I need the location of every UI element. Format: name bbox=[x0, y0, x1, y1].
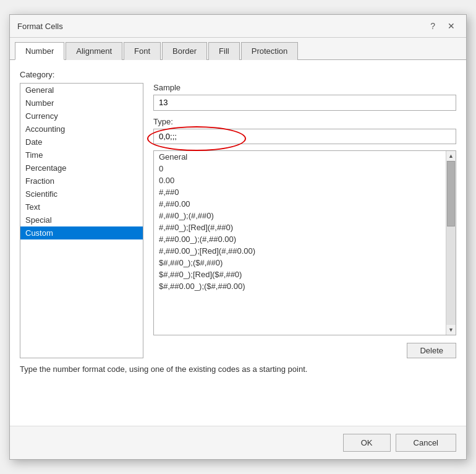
format-list-item[interactable]: #,##0.00_);[Red](#,##0.00) bbox=[154, 245, 446, 257]
format-list-item[interactable]: $#,##0_);[Red]($#,##0) bbox=[154, 269, 446, 280]
type-input[interactable] bbox=[153, 129, 456, 144]
format-list-item[interactable]: #,##0_);[Red](#,##0) bbox=[154, 222, 446, 233]
sample-section: Sample 13 bbox=[153, 83, 456, 111]
scroll-down-arrow[interactable]: ▼ bbox=[446, 325, 456, 335]
tab-protection[interactable]: Protection bbox=[241, 42, 299, 60]
main-row: GeneralNumberCurrencyAccountingDateTimeP… bbox=[20, 83, 456, 358]
tab-number[interactable]: Number bbox=[15, 42, 64, 60]
category-list-item[interactable]: Time bbox=[20, 149, 143, 162]
tab-font[interactable]: Font bbox=[124, 42, 161, 60]
category-list[interactable]: GeneralNumberCurrencyAccountingDateTimeP… bbox=[20, 83, 143, 358]
format-cells-dialog: Format Cells ? ✕ NumberAlignmentFontBord… bbox=[9, 14, 467, 460]
format-list-item[interactable]: #,##0.00 bbox=[154, 198, 446, 210]
help-button[interactable]: ? bbox=[427, 20, 439, 32]
category-list-item[interactable]: Percentage bbox=[20, 162, 143, 175]
right-panel: Sample 13 Type: General00.00#,##0#,##0.0… bbox=[153, 83, 456, 358]
tab-alignment[interactable]: Alignment bbox=[66, 42, 122, 60]
format-list-item[interactable]: #,##0_);(#,##0) bbox=[154, 210, 446, 222]
tab-bar: NumberAlignmentFontBorderFillProtection bbox=[10, 38, 466, 60]
title-bar: Format Cells ? ✕ bbox=[10, 15, 466, 38]
footer: OK Cancel bbox=[10, 426, 466, 459]
hint-text: Type the number format code, using one o… bbox=[20, 364, 456, 374]
format-list-item[interactable]: $#,##0_);($#,##0) bbox=[154, 257, 446, 269]
tab-border[interactable]: Border bbox=[162, 42, 207, 60]
category-list-item[interactable]: Currency bbox=[20, 110, 143, 123]
category-list-item[interactable]: Accounting bbox=[20, 123, 143, 136]
title-bar-controls: ? ✕ bbox=[427, 20, 459, 32]
category-panel: GeneralNumberCurrencyAccountingDateTimeP… bbox=[20, 83, 143, 358]
category-list-item[interactable]: Custom bbox=[20, 226, 143, 239]
close-button[interactable]: ✕ bbox=[444, 20, 459, 32]
type-section: Type: bbox=[153, 117, 456, 144]
category-list-item[interactable]: Fraction bbox=[20, 175, 143, 187]
format-list-item[interactable]: $#,##0.00_);($#,##0.00) bbox=[154, 280, 446, 292]
format-list[interactable]: General00.00#,##0#,##0.00#,##0_);(#,##0)… bbox=[154, 151, 456, 292]
category-label: Category: bbox=[20, 70, 456, 79]
category-list-item[interactable]: General bbox=[20, 84, 143, 97]
delete-row: Delete bbox=[153, 343, 456, 358]
category-list-item[interactable]: Scientific bbox=[20, 187, 143, 200]
format-list-item[interactable]: #,##0.00_);(#,##0.00) bbox=[154, 233, 446, 245]
tab-fill[interactable]: Fill bbox=[208, 42, 240, 60]
format-list-item[interactable]: 0 bbox=[154, 163, 446, 175]
tab-content-number: Category: GeneralNumberCurrencyAccountin… bbox=[10, 60, 466, 426]
type-input-wrapper bbox=[153, 129, 456, 144]
category-list-item[interactable]: Date bbox=[20, 136, 143, 149]
delete-button[interactable]: Delete bbox=[407, 343, 456, 358]
scroll-thumb bbox=[447, 161, 455, 226]
cancel-button[interactable]: Cancel bbox=[396, 434, 456, 452]
format-list-item[interactable]: #,##0 bbox=[154, 186, 446, 198]
format-list-wrapper: General00.00#,##0#,##0.00#,##0_);(#,##0)… bbox=[153, 150, 456, 335]
category-list-item[interactable]: Special bbox=[20, 213, 143, 226]
category-list-item[interactable]: Text bbox=[20, 200, 143, 213]
dialog-title: Format Cells bbox=[17, 22, 63, 31]
format-list-item[interactable]: General bbox=[154, 151, 446, 163]
scroll-up-arrow[interactable]: ▲ bbox=[446, 151, 456, 161]
sample-label: Sample bbox=[153, 83, 456, 92]
format-list-item[interactable]: 0.00 bbox=[154, 175, 446, 186]
type-label: Type: bbox=[153, 117, 456, 126]
scroll-track bbox=[446, 161, 456, 325]
sample-value: 13 bbox=[153, 95, 456, 111]
scrollbar[interactable]: ▲ ▼ bbox=[446, 151, 456, 335]
category-list-item[interactable]: Number bbox=[20, 97, 143, 110]
ok-button[interactable]: OK bbox=[343, 434, 391, 452]
